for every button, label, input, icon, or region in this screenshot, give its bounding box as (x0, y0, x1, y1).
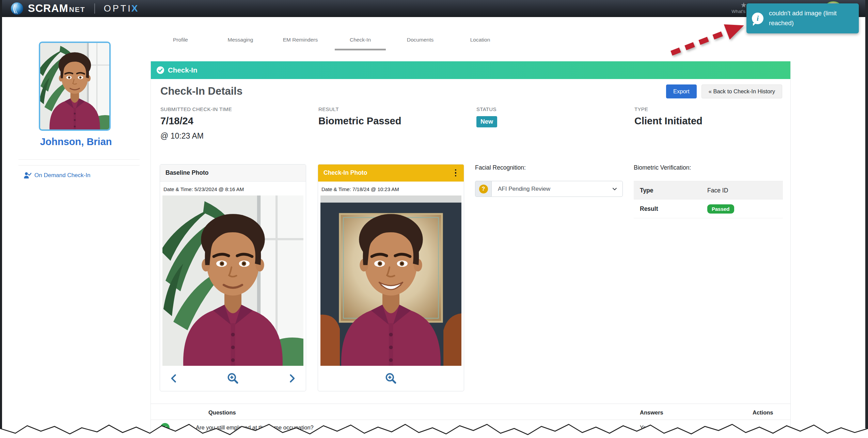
tab-documents[interactable]: Documents (390, 31, 450, 51)
sidebar-divider (18, 159, 140, 166)
summary-type: TYPE Client Initiated (634, 106, 784, 127)
passed-badge: Passed (707, 204, 734, 214)
brand-opti-text: OPTI (104, 3, 132, 14)
status-badge: New (476, 116, 497, 127)
client-photo[interactable] (39, 42, 111, 131)
checkin-photo-image (320, 195, 461, 366)
biometric-result-key: Result (634, 205, 707, 213)
submitted-label: SUBMITTED CHECK-IN TIME (160, 106, 310, 112)
zoom-baseline-photo-button[interactable] (227, 372, 239, 385)
window-frame-right (865, 0, 868, 428)
client-photo-image (40, 43, 109, 129)
tab-messaging[interactable]: Messaging (210, 31, 270, 51)
profile-tabs: Profile Messaging EM Reminders Check-In … (151, 31, 510, 51)
scramnet-wordmark: SCRAM NET (28, 2, 85, 15)
annotation-arrow (661, 18, 757, 59)
baseline-photo-datetime: Date & Time: 5/23/2024 @ 8:16 AM (163, 186, 306, 192)
kebab-menu-button[interactable] (453, 168, 459, 178)
next-photo-button[interactable] (287, 373, 297, 384)
baseline-photo-card: Baseline Photo Date & Time: 5/23/2024 @ … (160, 164, 306, 391)
biometric-verification-label: Biometric Verification: (634, 164, 783, 171)
banner-title: Check-In (168, 66, 198, 74)
back-to-history-button[interactable]: « Back to Check-In History (701, 84, 782, 98)
tab-profile[interactable]: Profile (151, 31, 210, 51)
brand-x-text: X (131, 3, 138, 14)
facial-recognition-select[interactable]: AFI Pending Review (491, 181, 623, 197)
baseline-card-title: Baseline Photo (165, 169, 208, 176)
chevron-right-icon (287, 373, 297, 384)
biometric-result-row: Result Passed (634, 200, 783, 218)
submitted-date: 7/18/24 (160, 115, 310, 127)
optix-wordmark: OPTI X (104, 3, 138, 14)
summary-result: RESULT Biometric Passed (318, 106, 468, 127)
toast-message: couldn't add image (limit reached) (769, 9, 853, 28)
facial-recognition-section: Facial Recognition: ? AFI Pending Review (475, 164, 623, 197)
on-demand-check-in-link[interactable]: On Demand Check-In (24, 172, 90, 179)
actions-header: Actions (753, 409, 773, 416)
checkin-photo-datetime: Date & Time: 7/18/24 @ 10:23 AM (321, 186, 464, 192)
brand-scram-text: SCRAM (28, 2, 68, 15)
result-value: Biometric Passed (318, 115, 468, 127)
status-label: STATUS (476, 106, 626, 112)
biometric-type-row: Type Face ID (634, 181, 783, 200)
page-title: Check-In Details (160, 85, 242, 97)
prev-photo-button[interactable] (169, 373, 179, 384)
export-button[interactable]: Export (666, 84, 697, 98)
details-header-row: Check-In Details Export « Back to Check-… (160, 82, 782, 100)
biometric-type-value: Face ID (707, 187, 728, 194)
help-icon[interactable]: ? (479, 185, 488, 193)
answers-header: Answers (640, 409, 663, 416)
questions-divider (151, 404, 790, 404)
biometric-table: Type Face ID Result Passed (634, 181, 783, 218)
brand-divider (94, 3, 95, 14)
tab-check-in[interactable]: Check-In (330, 31, 390, 51)
biometric-verification-section: Biometric Verification: Type Face ID Res… (634, 164, 783, 218)
check-circle-icon (156, 66, 164, 74)
questions-header: Questions (208, 409, 236, 416)
facial-recognition-label: Facial Recognition: (475, 164, 623, 171)
person-check-icon (24, 172, 31, 179)
facial-help-addon: ? (475, 181, 491, 197)
tab-em-reminders[interactable]: EM Reminders (270, 31, 330, 51)
baseline-card-header: Baseline Photo (160, 165, 306, 182)
zoom-in-icon (227, 372, 239, 385)
type-label: TYPE (634, 106, 784, 112)
chevron-left-icon (169, 373, 179, 384)
checkin-card-title: Check-In Photo (323, 169, 367, 176)
zoom-checkin-photo-button[interactable] (385, 372, 397, 385)
checkin-photo-card: Check-In Photo Date & Time: 7/18/24 @ 10… (318, 164, 464, 391)
scram-sphere-icon (10, 2, 24, 15)
check-in-panel: Check-In Check-In Details Export « Back … (151, 61, 791, 438)
biometric-type-key: Type (634, 187, 707, 194)
on-demand-label: On Demand Check-In (34, 172, 90, 179)
client-name[interactable]: Johnson, Brian (3, 136, 149, 147)
result-label: RESULT (318, 106, 468, 112)
window-frame-left (0, 0, 2, 428)
check-in-banner: Check-In (151, 61, 790, 79)
brand-net-text: NET (69, 5, 85, 14)
summary-status: STATUS New (476, 106, 626, 127)
submitted-time: @ 10:23 AM (160, 131, 310, 141)
zoom-in-icon (385, 372, 397, 385)
toast-notification: i couldn't add image (limit reached) (746, 3, 859, 33)
tab-location[interactable]: Location (450, 31, 510, 51)
type-value: Client Initiated (634, 115, 784, 127)
brand-logo: SCRAM NET OPTI X (10, 2, 138, 15)
summary-submitted: SUBMITTED CHECK-IN TIME 7/18/24 @ 10:23 … (160, 106, 310, 141)
checkin-card-header: Check-In Photo (318, 165, 464, 182)
torn-edge (0, 418, 868, 438)
baseline-photo-image (162, 195, 303, 366)
